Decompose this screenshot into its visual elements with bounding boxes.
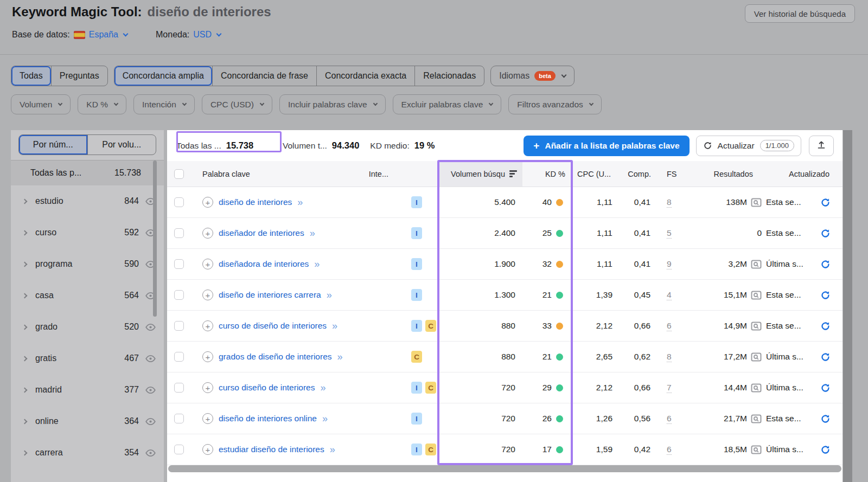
keyword-link[interactable]: diseño de interiores online — [219, 414, 317, 423]
row-checkbox[interactable] — [174, 228, 184, 238]
open-keyword-icon[interactable]: » — [332, 320, 337, 332]
add-keyword-icon[interactable]: + — [202, 444, 213, 455]
row-checkbox[interactable] — [174, 321, 184, 331]
sidebar-group-curso[interactable]: curso 592 — [11, 217, 164, 248]
col-header-updated[interactable]: Actualizado — [764, 170, 843, 178]
fs-value[interactable]: 5 — [667, 228, 672, 239]
row-checkbox[interactable] — [174, 445, 184, 454]
keyword-link[interactable]: diseñadora de interiores — [219, 259, 309, 269]
add-keyword-icon[interactable]: + — [202, 197, 213, 208]
add-keyword-icon[interactable]: + — [202, 413, 213, 424]
sidebar-group-gratis[interactable]: gratis 467 — [11, 343, 164, 374]
database-selector[interactable]: España — [89, 30, 118, 40]
fs-value[interactable]: 8 — [667, 197, 672, 208]
add-keyword-icon[interactable]: + — [202, 351, 213, 362]
sidebar-scrollbar[interactable] — [153, 160, 157, 317]
fs-value[interactable]: 9 — [667, 259, 672, 269]
col-header-keyword[interactable]: Palabra clave — [202, 170, 250, 178]
tab-concordancia-amplia[interactable]: Concordancia amplia — [114, 66, 212, 86]
serp-icon[interactable] — [751, 383, 762, 393]
keyword-link[interactable]: diseño de interiores carrera — [219, 290, 321, 300]
tab-concordancia-exacta[interactable]: Concordancia exacta — [316, 66, 414, 86]
keyword-link[interactable]: diseñador de interiores — [219, 228, 304, 238]
open-keyword-icon[interactable]: » — [322, 413, 328, 425]
add-keyword-icon[interactable]: + — [202, 290, 213, 300]
keyword-link[interactable]: diseño de interiores — [219, 197, 292, 207]
serp-icon[interactable] — [751, 445, 762, 454]
keyword-link[interactable]: estudiar diseño de interiores — [219, 445, 324, 454]
serp-icon[interactable] — [751, 322, 762, 331]
refresh-metrics-icon[interactable] — [820, 228, 831, 239]
fs-value[interactable]: 7 — [667, 383, 672, 393]
open-keyword-icon[interactable]: » — [310, 228, 315, 239]
col-header-comp[interactable]: Comp. — [617, 170, 656, 178]
chevron-right-icon[interactable] — [22, 198, 28, 204]
serp-icon[interactable] — [751, 198, 762, 207]
serp-icon[interactable] — [751, 260, 762, 269]
refresh-metrics-icon[interactable] — [820, 445, 831, 455]
open-keyword-icon[interactable]: » — [314, 259, 320, 270]
filter-volumen[interactable]: Volumen — [11, 94, 71, 114]
col-header-volume[interactable]: Volumen búsqu — [438, 161, 522, 187]
add-keyword-icon[interactable]: + — [202, 259, 213, 269]
refresh-metrics-icon[interactable] — [820, 414, 831, 424]
filter-intencion[interactable]: Intención — [133, 94, 195, 114]
filter-kd[interactable]: KD % — [78, 94, 126, 114]
filter-excluir-palabras[interactable]: Excluir palabras clave — [393, 94, 502, 114]
eye-icon[interactable] — [145, 355, 156, 363]
sidebar-group-programa[interactable]: programa 590 — [11, 248, 164, 280]
add-keyword-icon[interactable]: + — [202, 320, 213, 331]
tab-todas[interactable]: Todas — [11, 66, 51, 86]
chevron-down-icon[interactable] — [216, 31, 222, 37]
row-checkbox[interactable] — [174, 352, 184, 362]
open-keyword-icon[interactable]: » — [337, 351, 343, 363]
sidebar-item-all-keywords[interactable]: Todas las p... 15.738 — [11, 160, 164, 185]
refresh-metrics-icon[interactable] — [820, 321, 831, 331]
open-keyword-icon[interactable]: » — [330, 444, 335, 455]
refresh-metrics-icon[interactable] — [820, 290, 831, 300]
languages-dropdown[interactable]: Idiomas beta — [490, 66, 575, 86]
select-all-checkbox[interactable] — [174, 169, 184, 179]
refresh-metrics-icon[interactable] — [820, 383, 831, 393]
chevron-right-icon[interactable] — [22, 450, 28, 455]
tab-preguntas[interactable]: Preguntas — [51, 66, 107, 86]
sort-by-volume-button[interactable]: Por volu... — [87, 135, 156, 155]
open-keyword-icon[interactable]: » — [321, 382, 326, 394]
fs-value[interactable]: 6 — [667, 414, 672, 424]
tab-concordancia-de-frase[interactable]: Concordancia de frase — [212, 66, 316, 86]
col-header-results[interactable]: Resultados — [687, 170, 764, 178]
row-checkbox[interactable] — [174, 383, 184, 393]
sidebar-group-carrera[interactable]: carrera 354 — [11, 437, 164, 468]
refresh-metrics-icon[interactable] — [820, 259, 831, 269]
row-checkbox[interactable] — [174, 414, 184, 423]
chevron-right-icon[interactable] — [22, 261, 28, 267]
filter-incluir-palabras[interactable]: Incluir palabras clave — [279, 94, 386, 114]
serp-icon[interactable] — [751, 291, 762, 300]
serp-icon[interactable] — [751, 352, 762, 362]
update-button[interactable]: Actualizar 1/1.000 — [696, 136, 801, 156]
vertical-scrollbar[interactable] — [843, 130, 852, 482]
col-header-fs[interactable]: FS — [656, 170, 687, 178]
add-keyword-icon[interactable]: + — [202, 228, 213, 239]
fs-value[interactable]: 6 — [667, 445, 672, 455]
eye-icon[interactable] — [145, 323, 156, 331]
chevron-right-icon[interactable] — [22, 324, 28, 330]
sidebar-group-casa[interactable]: casa 564 — [11, 280, 164, 311]
add-to-list-button[interactable]: + Añadir a la lista de palabras clave — [524, 136, 689, 156]
sidebar-group-madrid[interactable]: madrid 377 — [11, 374, 164, 406]
sort-by-number-button[interactable]: Por núm... — [19, 135, 87, 155]
chevron-down-icon[interactable] — [123, 31, 129, 37]
chevron-right-icon[interactable] — [22, 387, 28, 393]
col-header-cpc[interactable]: CPC (U... — [573, 170, 617, 178]
fs-value[interactable]: 6 — [667, 321, 672, 331]
keyword-link[interactable]: curso de diseño de interiores — [219, 321, 327, 331]
chevron-right-icon[interactable] — [22, 419, 28, 424]
row-checkbox[interactable] — [174, 197, 184, 207]
search-history-button[interactable]: Ver historial de búsqueda — [745, 4, 855, 23]
serp-icon[interactable] — [751, 414, 762, 423]
row-checkbox[interactable] — [174, 259, 184, 269]
filter-avanzados[interactable]: Filtros avanzados — [508, 94, 601, 114]
tab-relacionadas[interactable]: Relacionadas — [414, 66, 484, 86]
chevron-right-icon[interactable] — [22, 293, 28, 298]
sidebar-group-online[interactable]: online 364 — [11, 406, 164, 437]
